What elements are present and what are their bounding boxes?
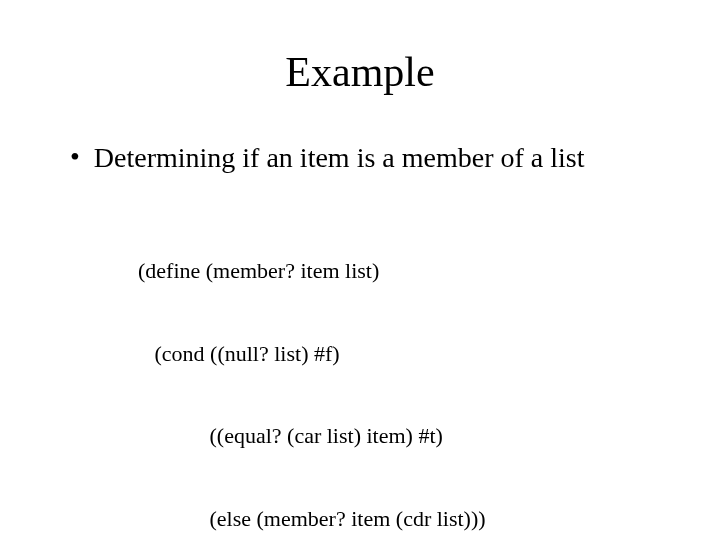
code-line: ((equal? (car list) item) #t) [138, 422, 660, 450]
bullet-text: Determining if an item is a member of a … [94, 142, 585, 174]
code-line: (cond ((null? list) #f) [138, 340, 660, 368]
slide-title: Example [60, 48, 660, 96]
code-block: (define (member? item list) (cond ((null… [138, 202, 660, 540]
code-line: (else (member? item (cdr list))) [138, 505, 660, 533]
bullet-marker-icon: • [70, 142, 80, 173]
code-line: (define (member? item list) [138, 257, 660, 285]
bullet-item: • Determining if an item is a member of … [70, 142, 660, 174]
slide: Example • Determining if an item is a me… [0, 0, 720, 540]
